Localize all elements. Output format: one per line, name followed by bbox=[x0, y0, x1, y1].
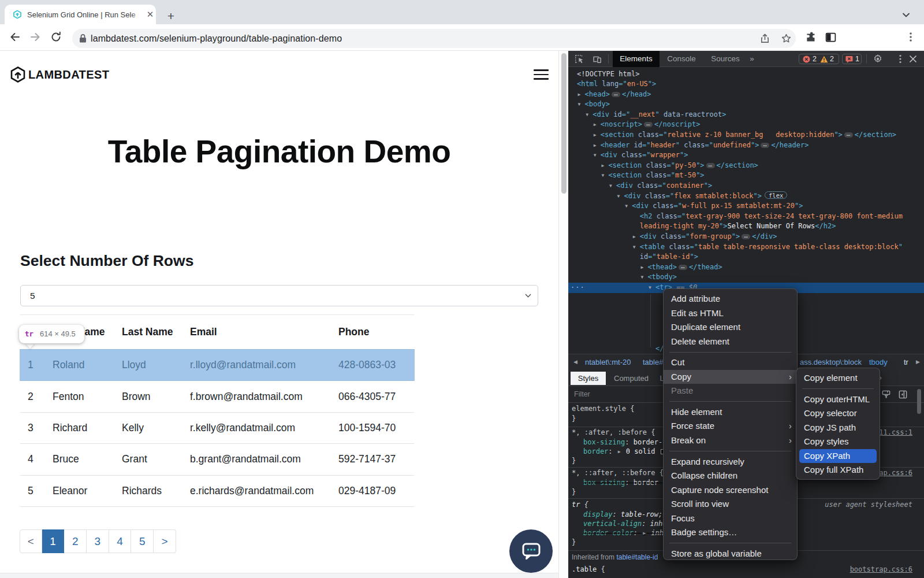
tree-line[interactable]: ▼<div class="wrapper"> bbox=[568, 150, 924, 161]
pagination-button[interactable]: 3 bbox=[87, 529, 109, 553]
breadcrumb-item[interactable]: tr bbox=[904, 354, 908, 370]
tree-arrow-collapsed-icon[interactable]: ▶ bbox=[633, 232, 636, 242]
breadcrumb-right-arrow-icon[interactable]: ▶ bbox=[916, 354, 920, 370]
tree-line[interactable]: ▶<header id="header" class="undefined">…… bbox=[568, 140, 924, 151]
tree-arrow-expanded-icon[interactable]: ▼ bbox=[633, 242, 636, 253]
menu-item-badge-settings[interactable]: Badge settings… bbox=[664, 525, 797, 540]
tree-arrow-expanded-icon[interactable]: ▼ bbox=[578, 99, 581, 110]
tree-arrow-collapsed-icon[interactable]: ▶ bbox=[640, 262, 643, 273]
menu-item-copy-outerhtml[interactable]: Copy outerHTML bbox=[796, 392, 880, 407]
styles-line[interactable]: .table {bootstrap.css:6 bbox=[568, 565, 924, 575]
menu-item-copy-js-path[interactable]: Copy JS path bbox=[796, 421, 880, 435]
tree-arrow-expanded-icon[interactable]: ▼ bbox=[609, 181, 612, 191]
styles-brush-icon[interactable] bbox=[881, 390, 891, 399]
menu-item-duplicate-element[interactable]: Duplicate element bbox=[664, 320, 797, 335]
tree-line[interactable]: id="table-id"> bbox=[568, 252, 924, 262]
stylesheet-source-link[interactable]: user agent stylesheet bbox=[825, 501, 912, 509]
menu-item-capture-node-screenshot[interactable]: Capture node screenshot bbox=[664, 483, 797, 498]
devtools-tab-console[interactable]: Console bbox=[665, 51, 698, 67]
tree-line[interactable]: ▶<div class="form-group">…</div> bbox=[568, 232, 924, 242]
tab-strip-chevron-down-icon[interactable] bbox=[901, 10, 911, 20]
extensions-puzzle-icon[interactable] bbox=[804, 31, 817, 44]
devtools-tab-elements[interactable]: Elements bbox=[613, 51, 660, 67]
menu-item-copy[interactable]: Copy› bbox=[664, 370, 797, 384]
tree-line[interactable]: ▼<tbody> bbox=[568, 272, 924, 283]
tree-line[interactable]: ▶<head>…</head> bbox=[568, 90, 924, 100]
sidebar-tab-computed[interactable]: Computed bbox=[610, 372, 652, 385]
bookmark-star-icon[interactable] bbox=[781, 33, 792, 44]
styles-scrollbar-thumb[interactable] bbox=[917, 389, 921, 414]
tree-line[interactable]: <h2 class="text-gray-900 text-size-24 te… bbox=[568, 212, 924, 222]
devtools-close-icon[interactable] bbox=[908, 54, 918, 64]
tree-arrow-expanded-icon[interactable]: ▼ bbox=[586, 110, 588, 120]
tree-arrow-collapsed-icon[interactable]: ▶ bbox=[578, 90, 581, 100]
menu-item-hide-element[interactable]: Hide element bbox=[664, 405, 797, 420]
tree-arrow-expanded-icon[interactable]: ▼ bbox=[625, 201, 628, 212]
devtools-tab-[interactable]: » bbox=[746, 51, 758, 67]
rows-count-select[interactable]: 5 bbox=[20, 285, 538, 306]
tree-line[interactable]: ▼<section class="mt-50"> bbox=[568, 171, 924, 181]
stylesheet-source-link[interactable]: ap.css:6 bbox=[879, 469, 912, 477]
tree-arrow-collapsed-icon[interactable]: ▶ bbox=[594, 130, 597, 140]
hamburger-menu-icon[interactable] bbox=[534, 69, 549, 80]
devtools-menu-dots-icon[interactable] bbox=[895, 54, 906, 64]
tree-arrow-expanded-icon[interactable]: ▼ bbox=[601, 171, 604, 181]
sidebar-tab-styles[interactable]: Styles bbox=[571, 372, 606, 385]
share-icon[interactable] bbox=[759, 33, 770, 44]
menu-item-copy-styles[interactable]: Copy styles bbox=[796, 435, 880, 449]
tree-line[interactable]: ▼<table class="table table-responsive ta… bbox=[568, 242, 924, 253]
tree-line[interactable]: ▶<section class="relative z-10 banner_bg… bbox=[568, 130, 924, 140]
pagination-button[interactable]: < bbox=[20, 529, 42, 553]
new-tab-button[interactable]: + bbox=[165, 10, 177, 22]
side-panel-icon[interactable] bbox=[825, 31, 837, 44]
lock-icon[interactable] bbox=[79, 34, 87, 43]
pagination-button[interactable]: 5 bbox=[131, 529, 154, 553]
menu-item-expand-recursively[interactable]: Expand recursively bbox=[664, 455, 797, 469]
tree-line[interactable]: leading-tight my-20">Select Number Of Ro… bbox=[568, 221, 924, 232]
devtools-tab-sources[interactable]: Sources bbox=[709, 51, 742, 67]
menu-item-scroll-into-view[interactable]: Scroll into view bbox=[664, 497, 797, 512]
tab-close-icon[interactable]: ✕ bbox=[145, 9, 155, 20]
styles-filter-input[interactable]: Filter bbox=[574, 387, 590, 403]
menu-item-cut[interactable]: Cut bbox=[664, 355, 797, 370]
menu-item-add-attribute[interactable]: Add attribute bbox=[664, 292, 797, 306]
stylesheet-source-link[interactable]: 11.css:1 bbox=[879, 428, 912, 436]
tree-line[interactable]: ▼<div id="__next" data-reactroot> bbox=[568, 110, 924, 120]
tree-line[interactable]: ▶<section class="py-50">…</section> bbox=[568, 161, 924, 171]
tree-line[interactable]: ▶<thead>…</thead> bbox=[568, 262, 924, 273]
menu-item-delete-element[interactable]: Delete element bbox=[664, 335, 797, 349]
menu-item-collapse-children[interactable]: Collapse children bbox=[664, 469, 797, 483]
pagination-button[interactable]: > bbox=[154, 529, 176, 553]
menu-item-focus[interactable]: Focus bbox=[664, 512, 797, 526]
lambdatest-logo[interactable]: LAMBDATEST bbox=[10, 66, 126, 84]
menu-item-copy-element[interactable]: Copy element bbox=[796, 371, 880, 386]
reload-button-icon[interactable] bbox=[50, 31, 62, 43]
browser-menu-dots-icon[interactable] bbox=[905, 31, 918, 44]
browser-tab[interactable]: Selenium Grid Online | Run Sele ✕ bbox=[5, 5, 156, 24]
tree-line[interactable]: ▼<div class="flex smtablet:block">flex bbox=[568, 191, 924, 202]
pagination-button[interactable]: 2 bbox=[64, 529, 87, 553]
stylesheet-source-link[interactable]: bootstrap.css:6 bbox=[850, 565, 912, 573]
tree-arrow-expanded-icon[interactable]: ▼ bbox=[594, 150, 597, 161]
breadcrumb-item[interactable]: ntablet\:mt-20 bbox=[585, 354, 631, 370]
menu-item-edit-as-html[interactable]: Edit as HTML bbox=[664, 306, 797, 321]
tree-arrow-collapsed-icon[interactable]: ▶ bbox=[594, 120, 597, 130]
menu-item-store-as-global-variable[interactable]: Store as global variable bbox=[664, 547, 797, 561]
menu-item-copy-xpath[interactable]: Copy XPath bbox=[799, 449, 877, 464]
tree-arrow-collapsed-icon[interactable]: ▶ bbox=[594, 140, 597, 151]
forward-button-icon[interactable] bbox=[29, 31, 42, 43]
tree-line[interactable]: ▼<div class="w-full px-15 smtablet:mt-20… bbox=[568, 201, 924, 212]
menu-item-break-on[interactable]: Break on› bbox=[664, 433, 797, 448]
tree-arrow-expanded-icon[interactable]: ▼ bbox=[649, 283, 651, 293]
tree-arrow-expanded-icon[interactable]: ▼ bbox=[617, 191, 620, 202]
menu-item-force-state[interactable]: Force state› bbox=[664, 419, 797, 433]
tree-arrow-collapsed-icon[interactable]: ▶ bbox=[601, 161, 604, 171]
menu-item-copy-selector[interactable]: Copy selector bbox=[796, 406, 880, 421]
tree-line[interactable]: <html lang="en-US"> bbox=[568, 79, 924, 90]
tree-line[interactable]: <!DOCTYPE html> bbox=[568, 69, 924, 80]
address-bar[interactable]: lambdatest.com/selenium-playground/table… bbox=[72, 29, 796, 48]
menu-item-copy-full-xpath[interactable]: Copy full XPath bbox=[796, 463, 880, 477]
tree-line[interactable]: ▼<div class="container"> bbox=[568, 181, 924, 191]
tree-arrow-expanded-icon[interactable]: ▼ bbox=[640, 272, 643, 283]
back-button-icon[interactable] bbox=[9, 31, 21, 43]
